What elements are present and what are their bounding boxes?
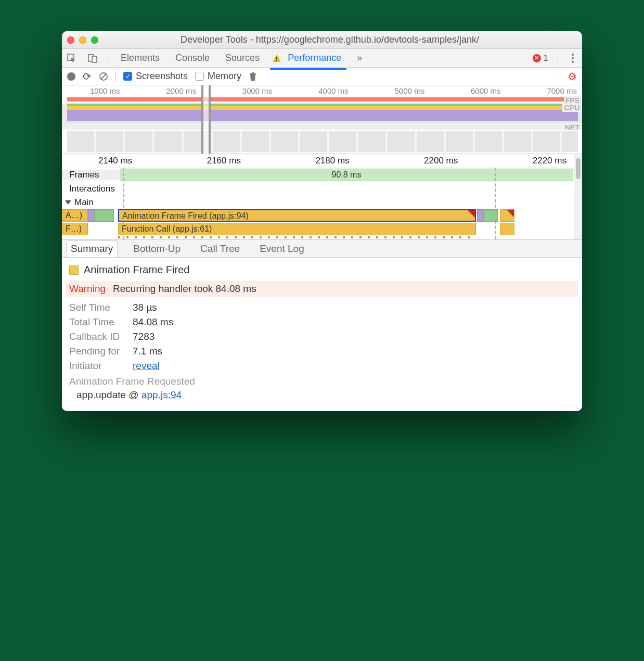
inspect-element-icon[interactable] — [66, 53, 78, 64]
summary-heading: Animation Frame Fired — [69, 264, 575, 276]
total-time-key: Total Time — [69, 316, 126, 328]
tab-sources[interactable]: Sources — [222, 49, 263, 67]
initiator-reveal-link[interactable]: reveal — [133, 360, 160, 372]
flame-bar[interactable] — [500, 223, 514, 235]
tab-console[interactable]: Console — [172, 49, 213, 67]
stack-function: app.update @ — [76, 389, 141, 400]
chevron-down-icon — [65, 200, 71, 205]
tab-performance-wrap[interactable]: Performance — [272, 49, 344, 67]
titlebar: Developer Tools - https://googlechrome.g… — [62, 31, 582, 49]
summary-kv-list: Self Time38 µs Total Time84.08 ms Callba… — [69, 302, 575, 372]
tab-summary[interactable]: Summary — [66, 240, 118, 257]
summary-title: Animation Frame Fired — [84, 264, 189, 276]
checkbox-unchecked-icon — [195, 72, 204, 81]
memory-checkbox[interactable]: Memory — [195, 71, 241, 82]
interactions-row[interactable]: Interactions — [62, 182, 582, 196]
performance-toolbar: ⟳ ✓ Screenshots Memory ⚙ — [62, 68, 582, 85]
memory-label: Memory — [208, 71, 241, 82]
interactions-label: Interactions — [62, 184, 119, 194]
pending-val: 7.1 ms — [133, 346, 162, 357]
overview-cpu: CPU — [62, 104, 582, 123]
zoom-window-button[interactable] — [91, 36, 98, 44]
frames-label: Frames — [62, 170, 119, 180]
flame-bar-truncated[interactable]: F…) — [62, 223, 88, 235]
ruler-tick: 1000 ms — [90, 86, 120, 95]
stack-source-link[interactable]: app.js:94 — [141, 389, 182, 400]
ruler-tick: 2160 ms — [207, 156, 241, 166]
error-count: 1 — [544, 53, 548, 63]
ruler-tick: 7000 ms — [547, 86, 577, 95]
screenshots-checkbox[interactable]: ✓ Screenshots — [123, 71, 188, 82]
reload-button[interactable]: ⟳ — [83, 70, 92, 83]
more-options-icon[interactable] — [568, 53, 578, 63]
garbage-collect-icon[interactable] — [249, 72, 257, 81]
ruler-tick: 2180 ms — [315, 156, 349, 166]
category-swatch-scripting — [69, 265, 79, 275]
flame-bar[interactable] — [483, 209, 498, 222]
cpu-label: CPU — [562, 104, 581, 112]
window-controls — [67, 36, 98, 44]
overview-selection-handle[interactable] — [201, 85, 211, 154]
record-button[interactable] — [67, 72, 75, 81]
tab-bottom-up[interactable]: Bottom-Up — [129, 241, 185, 257]
overview-filmstrip — [62, 130, 582, 154]
svg-rect-4 — [276, 60, 277, 61]
tab-elements[interactable]: Elements — [118, 49, 163, 67]
svg-line-6 — [101, 74, 106, 79]
flame-bar-animation-frame-fired[interactable]: Animation Frame Fired (app.js:94) — [118, 209, 476, 222]
tabs-overflow[interactable]: » — [354, 49, 365, 67]
frame-boundary — [495, 168, 496, 239]
flame-bar[interactable] — [94, 209, 114, 222]
ruler-tick: 5000 ms — [395, 86, 425, 95]
clear-button[interactable] — [99, 72, 108, 81]
svg-rect-8 — [252, 72, 254, 73]
ruler-tick: 2200 ms — [424, 156, 458, 166]
flame-bar-truncated[interactable]: A…) — [62, 209, 88, 222]
error-counter[interactable]: ✕ 1 — [533, 53, 548, 63]
separator — [115, 71, 116, 82]
tab-call-tree[interactable]: Call Tree — [196, 241, 244, 257]
ruler-tick: 2140 ms — [98, 156, 132, 166]
detail-tabs: Summary Bottom-Up Call Tree Event Log — [62, 240, 582, 258]
total-time-val: 84.08 ms — [133, 316, 173, 328]
scrollbar-thumb[interactable] — [576, 158, 581, 179]
warning-icon — [272, 54, 281, 63]
flamechart-ruler: 2140 ms 2160 ms 2180 ms 2200 ms 2220 ms — [62, 154, 582, 168]
device-toolbar-icon[interactable] — [87, 53, 98, 64]
flame-bar-thin — [118, 236, 476, 238]
flamechart-panel[interactable]: 2140 ms 2160 ms 2180 ms 2200 ms 2220 ms … — [62, 154, 582, 240]
devtools-window: Developer Tools - https://googlechrome.g… — [62, 31, 582, 411]
frames-row[interactable]: Frames 90.8 ms — [62, 168, 582, 182]
main-label: Main — [74, 197, 94, 208]
stack-trace: app.update @ app.js:94 — [69, 389, 575, 401]
self-time-val: 38 µs — [133, 302, 157, 313]
devtools-tabstrip: Elements Console Sources Performance » ✕… — [62, 49, 582, 68]
overview-net: NET — [62, 123, 582, 130]
summary-pane: Animation Frame Fired Warning Recurring … — [62, 258, 582, 411]
main-track-header[interactable]: Main — [62, 196, 582, 209]
close-window-button[interactable] — [67, 36, 74, 44]
warning-label: Warning — [69, 283, 106, 295]
settings-gear-icon[interactable]: ⚙ — [568, 70, 577, 83]
initiator-key: Initiator — [69, 360, 126, 372]
separator — [560, 71, 560, 82]
ruler-tick: 2220 ms — [533, 156, 566, 166]
callback-id-val: 7283 — [133, 331, 154, 342]
warning-text: Recurring handler took 84.08 ms — [113, 283, 256, 295]
flame-bar[interactable] — [500, 209, 514, 222]
separator — [108, 53, 108, 64]
overview-panel[interactable]: 1000 ms 2000 ms 3000 ms 4000 ms 5000 ms … — [62, 85, 582, 154]
overview-ruler: 1000 ms 2000 ms 3000 ms 4000 ms 5000 ms … — [62, 85, 582, 96]
separator — [558, 53, 558, 64]
ruler-tick: 3000 ms — [242, 86, 273, 95]
frame-duration-bar[interactable]: 90.8 ms — [120, 169, 573, 181]
minimize-window-button[interactable] — [79, 36, 86, 44]
vertical-scrollbar[interactable] — [574, 154, 582, 239]
tab-event-log[interactable]: Event Log — [255, 241, 308, 257]
callback-id-key: Callback ID — [69, 331, 126, 342]
tab-performance: Performance — [285, 49, 344, 67]
ruler-tick: 4000 ms — [318, 86, 349, 95]
warning-row: Warning Recurring handler took 84.08 ms — [66, 281, 578, 297]
frame-duration: 90.8 ms — [332, 170, 362, 180]
flame-bar-function-call[interactable]: Function Call (app.js:61) — [118, 223, 476, 235]
